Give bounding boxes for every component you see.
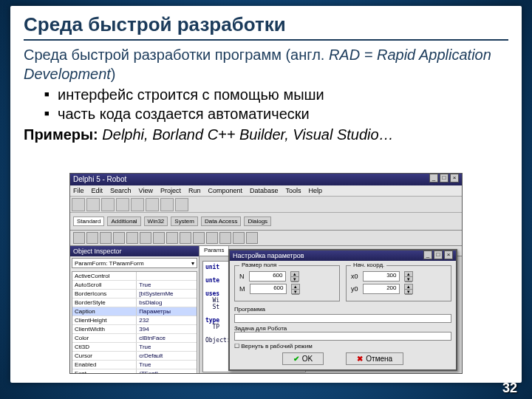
close-button[interactable]: × [444, 250, 453, 259]
palette-component[interactable] [219, 232, 231, 244]
form-body: Размер поля N 600 ▴▾ M 600 ▴▾ [230, 261, 456, 369]
property-value[interactable]: True [137, 343, 197, 351]
property-name: ClientHeight [72, 316, 137, 324]
spin-n[interactable]: ▴▾ [290, 271, 299, 282]
close-button[interactable]: × [450, 174, 459, 183]
form-titlebar[interactable]: Настройка параметров _ □ × [230, 250, 456, 261]
palette-component[interactable] [86, 232, 98, 244]
slide-title: Среда быстрой разработки [10, 6, 522, 39]
property-row[interactable]: ClientWidth394 [72, 325, 197, 334]
property-row[interactable]: ActiveControl [72, 272, 197, 281]
ide-titlebar[interactable]: Delphi 5 - Robot _ □ × [70, 174, 462, 185]
property-value[interactable]: True [137, 361, 197, 369]
task-path-input[interactable] [234, 332, 451, 341]
palette-tab[interactable]: Win32 [144, 216, 168, 226]
ide-window: Delphi 5 - Robot _ □ × File Edit Search … [69, 173, 463, 374]
prog-path-input[interactable] [234, 314, 451, 323]
palette-component[interactable] [100, 232, 112, 244]
palette-tab[interactable]: System [171, 216, 198, 226]
toolbar-button[interactable] [101, 198, 115, 211]
palette-component[interactable] [206, 232, 218, 244]
input-x0[interactable]: 300 [363, 271, 400, 282]
property-row[interactable]: ClientHeight232 [72, 316, 197, 325]
input-n[interactable]: 600 [249, 271, 286, 282]
palette-tab[interactable]: Standard [73, 216, 104, 226]
property-name: BorderStyle [72, 299, 137, 307]
palette-component[interactable] [166, 232, 178, 244]
menu-item[interactable]: Edit [92, 187, 103, 194]
inspector-combo[interactable]: ParamForm: TParamForm ▾ [72, 258, 197, 268]
menu-item[interactable]: Project [160, 187, 181, 194]
property-row[interactable]: AutoScrollTrue [72, 281, 197, 290]
palette-component[interactable] [113, 232, 125, 244]
property-row[interactable]: CursorcrDefault [72, 352, 197, 361]
menu-item[interactable]: Database [250, 187, 279, 194]
spin-x0[interactable]: ▴▾ [404, 271, 413, 282]
menu-item[interactable]: Tools [286, 187, 301, 194]
property-name: Caption [72, 307, 137, 316]
property-value[interactable]: bsDialog [137, 299, 197, 307]
minimize-button[interactable]: _ [423, 250, 432, 259]
menu-item[interactable]: Search [110, 187, 132, 194]
maximize-button[interactable]: □ [440, 174, 449, 183]
menu-item[interactable]: Run [188, 187, 201, 194]
page-number: 32 [502, 381, 517, 396]
property-row[interactable]: BorderStylebsDialog [72, 299, 197, 307]
input-y0[interactable]: 200 [363, 284, 400, 294]
group-title: Размер поля [239, 262, 279, 268]
slide-container: Среда быстрой разработки Среда быстрой р… [10, 6, 522, 383]
palette-component[interactable] [233, 232, 245, 244]
property-row[interactable]: EnabledTrue [72, 361, 197, 369]
property-value[interactable]: Параметры [137, 307, 197, 316]
property-row[interactable]: Ctl3DTrue [72, 343, 197, 352]
toolbar-button[interactable] [116, 198, 129, 211]
cancel-button[interactable]: ✖Отмена [346, 352, 403, 365]
form-window[interactable]: Настройка параметров _ □ × Размер поля [228, 249, 457, 371]
property-row[interactable]: CaptionПараметры [72, 307, 197, 316]
palette-component[interactable] [126, 232, 138, 244]
form-buttons: ✔OK ✖Отмена [234, 352, 451, 365]
code-kw: unte [205, 277, 219, 284]
palette-component[interactable] [180, 232, 191, 244]
property-value[interactable]: clBtnFace [137, 334, 197, 342]
property-row[interactable]: ColorclBtnFace [72, 334, 197, 343]
check-icon: ✔ [293, 355, 299, 363]
spin-m[interactable]: ▴▾ [291, 284, 300, 294]
property-value[interactable]: 232 [137, 316, 197, 324]
property-value[interactable]: (TFont) [137, 369, 197, 374]
ok-button[interactable]: ✔OK [282, 352, 324, 365]
palette-component[interactable] [193, 232, 205, 244]
property-value[interactable]: 394 [137, 325, 197, 333]
palette-component[interactable] [140, 232, 151, 244]
maximize-button[interactable]: □ [434, 250, 443, 259]
toolbar-button[interactable] [175, 198, 188, 211]
checkbox-icon[interactable]: ☐ [234, 343, 239, 349]
menubar[interactable]: File Edit Search View Project Run Compon… [70, 185, 462, 197]
property-value[interactable]: crDefault [137, 352, 197, 360]
code-tab[interactable]: Params [200, 246, 230, 256]
palette-component[interactable] [73, 232, 85, 244]
property-value[interactable]: True [137, 281, 197, 289]
palette-tab[interactable]: Data Access [201, 216, 241, 226]
menu-item[interactable]: File [73, 187, 84, 194]
property-grid[interactable]: ActiveControlAutoScrollTrueBorderIcons[b… [72, 271, 197, 374]
menu-item[interactable]: Help [309, 187, 323, 194]
property-value[interactable]: [biSystemMe [137, 290, 197, 298]
palette-tab[interactable]: Dialogs [244, 216, 271, 226]
toolbar-button[interactable] [160, 198, 174, 211]
toolbar-button[interactable] [131, 198, 144, 211]
menu-item[interactable]: Component [208, 187, 242, 194]
property-value[interactable] [137, 272, 197, 280]
property-row[interactable]: Font(TFont) [72, 369, 197, 374]
palette-tab[interactable]: Additional [107, 216, 140, 226]
property-row[interactable]: BorderIcons[biSystemMe [72, 290, 197, 299]
input-m[interactable]: 600 [250, 284, 287, 294]
toolbar-button[interactable] [86, 198, 100, 211]
spin-y0[interactable]: ▴▾ [404, 284, 413, 294]
minimize-button[interactable]: _ [429, 174, 438, 183]
toolbar-button[interactable] [146, 198, 159, 211]
palette-component[interactable] [153, 232, 165, 244]
menu-item[interactable]: View [139, 187, 153, 194]
toolbar-button[interactable] [72, 198, 85, 211]
palette-component[interactable] [246, 232, 258, 244]
